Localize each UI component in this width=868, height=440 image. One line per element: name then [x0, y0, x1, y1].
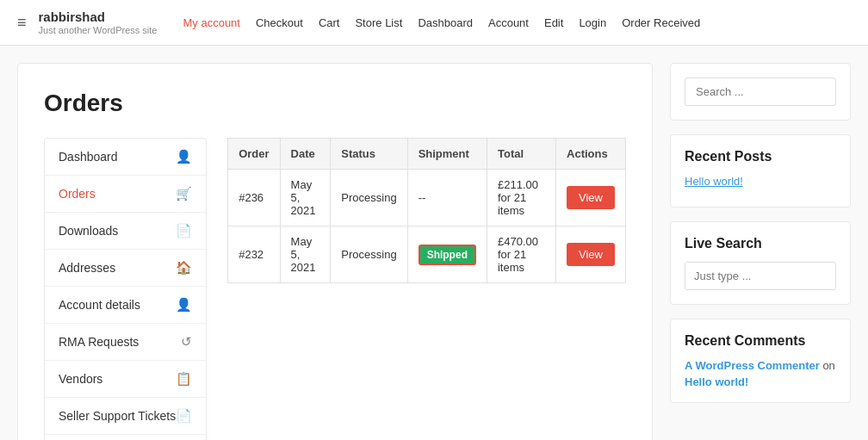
search-widget: [670, 63, 851, 121]
page-title: Orders: [44, 90, 626, 117]
nav-my-account[interactable]: My account: [183, 16, 239, 29]
order-number: #236: [228, 170, 280, 226]
view-order-button[interactable]: View: [567, 186, 615, 209]
orders-table: Order Date Status Shipment Total Actions…: [227, 138, 626, 283]
on-text: on: [822, 359, 834, 372]
orders-icon: 🛒: [176, 186, 192, 201]
sidebar-item-dashboard[interactable]: Dashboard 👤: [45, 139, 206, 176]
order-number: #232: [228, 226, 280, 283]
downloads-icon: 📄: [176, 223, 192, 239]
order-status: Processing: [331, 226, 407, 283]
sidebar-item-label: Seller Support Tickets: [59, 409, 176, 423]
col-order: Order: [228, 139, 280, 170]
nav-cart[interactable]: Cart: [319, 16, 340, 29]
sidebar-item-label: Dashboard: [59, 150, 118, 164]
site-branding: rabbirshad Just another WordPress site: [39, 9, 158, 35]
page-body: Orders Dashboard 👤 Orders 🛒 Downloads 📄 …: [0, 46, 868, 440]
site-tagline: Just another WordPress site: [39, 25, 158, 35]
rma-icon: ↺: [181, 334, 192, 350]
order-action: View: [556, 170, 626, 226]
order-total: £211.00 for 21 items: [487, 170, 555, 226]
sidebar-item-label: Account details: [59, 298, 140, 312]
main-content: Orders Dashboard 👤 Orders 🛒 Downloads 📄 …: [17, 63, 653, 440]
sidebar-item-addresses[interactable]: Addresses 🏠: [45, 250, 206, 287]
sidebar-item-label: Addresses: [59, 261, 115, 275]
live-search-wrap: 🔍: [685, 262, 836, 290]
sidebar-item-rma-requests[interactable]: RMA Requests ↺: [45, 324, 206, 361]
main-nav: My account Checkout Cart Store List Dash…: [183, 16, 700, 29]
account-details-icon: 👤: [176, 297, 192, 313]
recent-posts-title: Recent Posts: [685, 149, 836, 164]
nav-account[interactable]: Account: [488, 16, 529, 29]
nav-checkout[interactable]: Checkout: [256, 16, 303, 29]
nav-order-received[interactable]: Order Received: [622, 16, 700, 29]
comment-post-link[interactable]: Hello world!: [685, 375, 836, 388]
addresses-icon: 🏠: [176, 260, 192, 276]
live-search-input[interactable]: [685, 263, 836, 289]
order-action: View: [556, 226, 626, 283]
col-total: Total: [487, 139, 555, 170]
vendors-icon: 📋: [176, 371, 192, 387]
nav-dashboard[interactable]: Dashboard: [418, 16, 473, 29]
account-nav: Dashboard 👤 Orders 🛒 Downloads 📄 Address…: [44, 138, 207, 440]
order-total: £470.00 for 21 items: [487, 226, 555, 283]
sidebar-item-vendors[interactable]: Vendors 📋: [45, 361, 206, 398]
view-order-button[interactable]: View: [567, 243, 615, 266]
search-input[interactable]: [685, 77, 836, 106]
header: ≡ rabbirshad Just another WordPress site…: [0, 0, 868, 46]
order-date: May 5, 2021: [280, 170, 331, 226]
order-shipment: --: [407, 170, 487, 226]
live-search-widget: Live Search 🔍: [670, 221, 851, 305]
recent-comments-title: Recent Comments: [685, 333, 836, 349]
sidebar-item-downloads[interactable]: Downloads 📄: [45, 213, 206, 250]
order-date: May 5, 2021: [280, 226, 331, 283]
right-sidebar: Recent Posts Hello world! Live Search 🔍 …: [670, 63, 851, 440]
live-search-title: Live Search: [685, 236, 836, 251]
shipped-badge: Shipped: [418, 245, 476, 265]
table-row: #236 May 5, 2021 Processing -- £211.00 f…: [228, 170, 626, 226]
nav-store-list[interactable]: Store List: [355, 16, 402, 29]
nav-login[interactable]: Login: [579, 16, 606, 29]
recent-posts-widget: Recent Posts Hello world!: [670, 134, 851, 208]
support-icon: 📄: [176, 408, 192, 424]
sidebar-item-label: Downloads: [59, 224, 118, 238]
col-date: Date: [280, 139, 331, 170]
dashboard-icon: 👤: [176, 149, 192, 164]
order-shipment: Shipped: [407, 226, 487, 283]
col-shipment: Shipment: [407, 139, 487, 170]
hamburger-icon[interactable]: ≡: [17, 14, 27, 32]
order-status: Processing: [331, 170, 407, 226]
table-row: #232 May 5, 2021 Processing Shipped £470…: [228, 226, 626, 283]
sidebar-item-account-details[interactable]: Account details 👤: [45, 287, 206, 324]
comment-item: A WordPress Commenter on Hello world!: [685, 359, 836, 388]
site-title: rabbirshad: [39, 9, 158, 25]
sidebar-item-label: Vendors: [59, 372, 102, 386]
recent-post-item[interactable]: Hello world!: [685, 175, 836, 188]
sidebar-item-logout[interactable]: Logout ➜: [45, 435, 206, 440]
commenter-link[interactable]: A WordPress Commenter: [685, 359, 820, 372]
col-actions: Actions: [556, 139, 626, 170]
sidebar-item-label: RMA Requests: [59, 335, 139, 349]
sidebar-item-orders[interactable]: Orders 🛒: [45, 176, 206, 213]
sidebar-item-label: Orders: [59, 187, 96, 201]
orders-section: Order Date Status Shipment Total Actions…: [227, 138, 626, 440]
nav-edit[interactable]: Edit: [544, 16, 563, 29]
col-status: Status: [331, 139, 407, 170]
sidebar-item-seller-support[interactable]: Seller Support Tickets 📄: [45, 398, 206, 435]
recent-comments-widget: Recent Comments A WordPress Commenter on…: [670, 319, 851, 403]
